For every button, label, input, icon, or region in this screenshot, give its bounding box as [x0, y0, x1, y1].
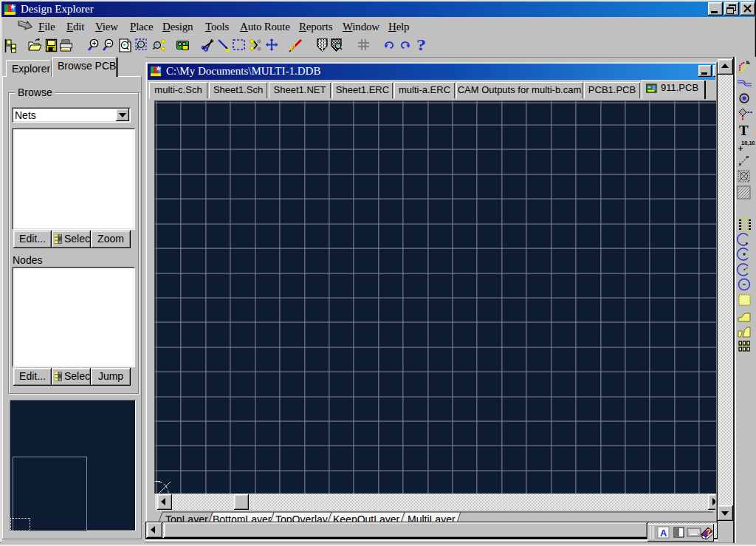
svg-text:?: ? [416, 36, 426, 53]
svg-text:10,10: 10,10 [741, 140, 755, 146]
svg-text:T: T [739, 123, 749, 138]
svg-text:A: A [660, 528, 667, 539]
svg-text:?: ? [706, 528, 711, 536]
